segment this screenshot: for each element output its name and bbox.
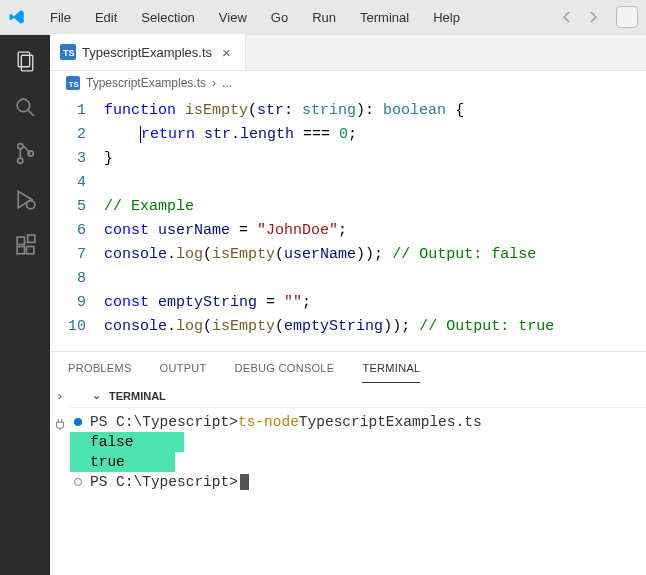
source-control-icon[interactable] [11, 139, 39, 167]
chevron-right-icon[interactable]: › [58, 388, 62, 403]
terminal-line: PS C:\Typescript> [70, 472, 646, 492]
breadcrumb-rest: ... [222, 76, 232, 90]
close-icon[interactable]: × [218, 44, 235, 61]
menu-file[interactable]: File [40, 6, 81, 29]
bottom-panel: PROBLEMS OUTPUT DEBUG CONSOLE TERMINAL ›… [50, 351, 646, 496]
code-line: console.log(isEmpty(emptyString)); // Ou… [104, 315, 646, 339]
breadcrumb-filename: TypescriptExamples.ts [86, 76, 206, 90]
plug-icon[interactable] [53, 417, 67, 434]
line-number: 10 [50, 315, 104, 339]
code-line: const userName = "JohnDoe"; [104, 219, 646, 243]
line-number: 3 [50, 147, 104, 171]
tab-output[interactable]: OUTPUT [160, 354, 207, 382]
svg-point-6 [26, 200, 34, 208]
svg-point-3 [17, 143, 22, 148]
tab-problems[interactable]: PROBLEMS [68, 354, 132, 382]
code-line: return str.length === 0; [104, 123, 646, 147]
tab-terminal[interactable]: TERMINAL [362, 354, 420, 383]
menu-terminal[interactable]: Terminal [350, 6, 419, 29]
title-bar: File Edit Selection View Go Run Terminal… [0, 0, 646, 35]
terminal-output: true [70, 452, 646, 472]
menu-run[interactable]: Run [302, 6, 346, 29]
typescript-file-icon: TS [66, 76, 80, 90]
line-number: 9 [50, 291, 104, 315]
svg-rect-8 [17, 246, 24, 253]
code-line: function isEmpty(str: string): boolean { [104, 99, 646, 123]
run-debug-icon[interactable] [11, 185, 39, 213]
svg-point-2 [17, 99, 30, 112]
line-number: 8 [50, 267, 104, 291]
breadcrumb-separator: › [212, 76, 216, 90]
svg-rect-1 [21, 55, 32, 71]
code-line: // Example [104, 195, 646, 219]
code-line: } [104, 147, 646, 171]
code-line: const emptyString = ""; [104, 291, 646, 315]
code-line [104, 171, 646, 195]
nav-back-icon[interactable] [558, 8, 576, 26]
menu-selection[interactable]: Selection [131, 6, 204, 29]
svg-rect-10 [27, 235, 34, 242]
extensions-icon[interactable] [11, 231, 39, 259]
vscode-logo-icon [8, 8, 26, 26]
line-number: 2 [50, 123, 104, 147]
chevron-down-icon[interactable]: ⌄ [92, 389, 101, 402]
svg-rect-0 [18, 52, 29, 67]
line-number: 1 [50, 99, 104, 123]
search-icon[interactable] [11, 93, 39, 121]
editor-tabs: TS TypescriptExamples.ts × [50, 35, 646, 71]
svg-rect-7 [17, 237, 24, 244]
tab-filename: TypescriptExamples.ts [82, 45, 212, 60]
terminal-line: PS C:\Typescript> ts-node TypescriptExam… [70, 412, 646, 432]
explorer-icon[interactable] [11, 47, 39, 75]
menu-view[interactable]: View [209, 6, 257, 29]
terminal-header: TERMINAL [109, 390, 166, 402]
line-number: 6 [50, 219, 104, 243]
activity-bar [0, 35, 50, 575]
svg-text:TS: TS [63, 48, 75, 58]
svg-point-4 [17, 158, 22, 163]
nav-forward-icon[interactable] [584, 8, 602, 26]
menu-help[interactable]: Help [423, 6, 470, 29]
menu-go[interactable]: Go [261, 6, 298, 29]
tab-typescript-examples[interactable]: TS TypescriptExamples.ts × [50, 34, 246, 70]
layout-button[interactable] [616, 6, 638, 28]
line-number: 4 [50, 171, 104, 195]
code-line [104, 267, 646, 291]
menu-edit[interactable]: Edit [85, 6, 127, 29]
breadcrumb[interactable]: TS TypescriptExamples.ts › ... [50, 71, 646, 95]
status-dot-icon [74, 478, 82, 486]
svg-rect-9 [26, 246, 33, 253]
status-dot-icon [74, 418, 82, 426]
line-number: 5 [50, 195, 104, 219]
terminal-output: false [70, 432, 646, 452]
line-number: 7 [50, 243, 104, 267]
svg-text:TS: TS [69, 80, 79, 89]
cursor-icon [240, 474, 249, 490]
typescript-file-icon: TS [60, 44, 76, 60]
code-editor[interactable]: 1function isEmpty(str: string): boolean … [50, 95, 646, 351]
tab-debug-console[interactable]: DEBUG CONSOLE [235, 354, 335, 382]
code-line: console.log(isEmpty(userName)); // Outpu… [104, 243, 646, 267]
terminal-content[interactable]: PS C:\Typescript> ts-node TypescriptExam… [70, 408, 646, 496]
